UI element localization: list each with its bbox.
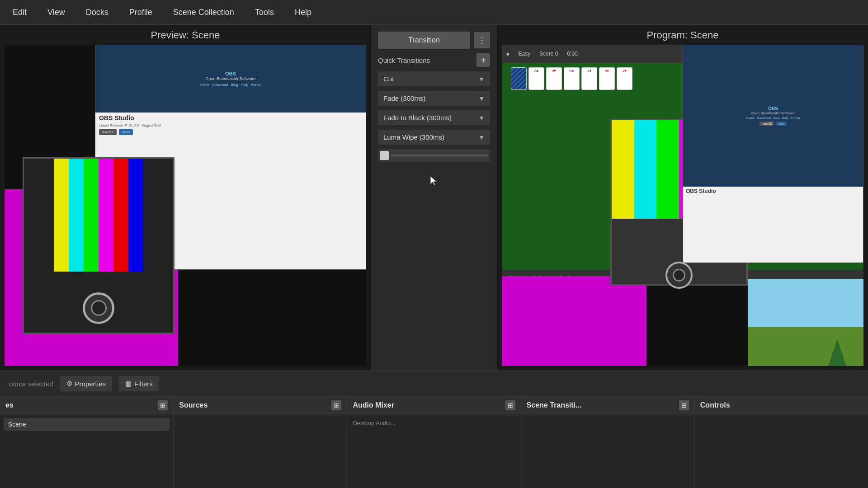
dock-panels: es ⊞ Scene Sources ⊞ Audio Mixer ⊞ Deskt…	[0, 396, 868, 488]
card-9: 9♥	[546, 67, 562, 90]
card-ace-spades: A♠	[528, 67, 544, 90]
bottom-toolbar: ource selected ⚙ Properties ▦ Filters	[0, 371, 868, 396]
luma-wipe-dropdown[interactable]: Luma Wipe (300ms) ▼	[378, 130, 490, 145]
cursor-icon	[429, 175, 439, 186]
quick-transitions-label: Quick Transitions	[378, 56, 430, 64]
scenes-dock-content: Scene	[0, 414, 173, 488]
audio-dock-icon[interactable]: ⊞	[505, 400, 515, 410]
sources-dock-icon[interactable]: ⊞	[331, 400, 341, 410]
scenes-dock-title: es	[5, 401, 14, 409]
obs-inner-circle	[91, 300, 107, 316]
controls-dock: Controls	[695, 396, 868, 488]
scene-item[interactable]: Scene	[4, 418, 170, 431]
card-4: 4♦	[599, 67, 615, 90]
preview-title: Preview: Scene	[5, 29, 366, 41]
program-landscape	[748, 279, 863, 366]
menu-profile[interactable]: Profile	[126, 6, 156, 19]
fade-to-black-dropdown[interactable]: Fade to Black (300ms) ▼	[378, 110, 490, 125]
transition-menu-button[interactable]: ⋮	[474, 32, 490, 48]
menu-view[interactable]: View	[44, 6, 69, 19]
controls-dock-header: Controls	[695, 396, 868, 414]
color-bars	[54, 159, 143, 272]
solitaire-score-label: Score 0	[539, 51, 558, 57]
sources-dock-header: Sources ⊞	[174, 396, 347, 414]
audio-desktop-label: Desktop Audio...	[351, 418, 517, 428]
source-selected-text: ource selected	[9, 380, 53, 388]
card-jack-spades: J♠	[581, 67, 597, 90]
scenes-dock-header: es ⊞	[0, 396, 173, 414]
bar-blue	[128, 159, 143, 272]
program-purple-bg	[502, 276, 646, 366]
card-back-1	[511, 67, 527, 90]
obs-website-header: OBS Open Broadcaster Software Home Downl…	[95, 45, 366, 113]
menu-help[interactable]: Help	[291, 6, 315, 19]
preview-panel: Preview: Scene OBS Open Broadcaster Soft…	[0, 25, 371, 371]
audio-dock: Audio Mixer ⊞ Desktop Audio...	[347, 396, 521, 488]
obs-circle-logo	[83, 292, 114, 324]
main-area: Preview: Scene OBS Open Broadcaster Soft…	[0, 25, 868, 371]
solitaire-time-label: 0:00	[567, 51, 577, 57]
menu-tools[interactable]: Tools	[251, 6, 278, 19]
luma-wipe-chevron: ▼	[478, 134, 485, 141]
properties-label: Properties	[75, 380, 106, 388]
filter-icon: ▦	[125, 380, 132, 388]
bar-magenta	[99, 159, 113, 272]
program-title: Program: Scene	[502, 29, 863, 41]
fade-to-black-label: Fade to Black (300ms)	[383, 114, 452, 122]
solitaire-easy-label: Easy	[518, 51, 530, 57]
transition-slider[interactable]	[378, 149, 490, 162]
menu-bar: Edit View Docks Profile Scene Collection…	[0, 0, 868, 25]
fade-to-black-chevron: ▼	[478, 114, 485, 122]
sources-dock: Sources ⊞	[174, 396, 347, 488]
quick-transitions-row: Quick Transitions +	[378, 53, 490, 67]
bar-red	[113, 159, 128, 272]
cut-dropdown[interactable]: Cut ▼	[378, 71, 490, 86]
scene-transitions-dock-header: Scene Transiti... ⊞	[521, 396, 694, 414]
scene-transitions-dock-title: Scene Transiti...	[527, 401, 582, 409]
menu-edit[interactable]: Edit	[9, 6, 30, 19]
landscape-tree	[828, 339, 846, 366]
bottom-area: ource selected ⚙ Properties ▦ Filters es…	[0, 371, 868, 488]
fade-dropdown[interactable]: Fade (300ms) ▼	[378, 91, 490, 106]
bar-cyan	[69, 159, 84, 272]
properties-button[interactable]: ⚙ Properties	[60, 376, 112, 391]
svg-marker-0	[430, 176, 437, 185]
audio-dock-content: Desktop Audio...	[347, 414, 520, 488]
preview-obs-logo-area	[23, 157, 175, 334]
sources-dock-content	[174, 414, 347, 488]
menu-scene-collection[interactable]: Scene Collection	[170, 6, 238, 19]
preview-canvas[interactable]: OBS Open Broadcaster Software Home Downl…	[5, 45, 366, 366]
fade-chevron: ▼	[478, 95, 485, 102]
bar-green	[84, 159, 99, 272]
scene-transitions-dock-content	[521, 414, 694, 488]
scene-transitions-dock-icon[interactable]: ⊞	[679, 400, 689, 410]
bar-yellow	[54, 159, 69, 272]
cut-chevron: ▼	[478, 75, 485, 83]
transition-button[interactable]: Transition	[378, 32, 470, 49]
transition-header: Transition ⋮	[378, 32, 490, 49]
audio-dock-header: Audio Mixer ⊞	[347, 396, 520, 414]
filters-label: Filters	[134, 380, 153, 388]
luma-wipe-label: Luma Wipe (300ms)	[383, 133, 444, 141]
controls-dock-content	[695, 414, 868, 488]
slider-thumb	[380, 151, 389, 160]
controls-dock-title: Controls	[700, 401, 730, 409]
fade-label: Fade (300ms)	[383, 94, 425, 102]
sources-dock-title: Sources	[179, 401, 208, 409]
scenes-dock-icon[interactable]: ⊞	[158, 400, 168, 410]
filters-button[interactable]: ▦ Filters	[119, 376, 159, 391]
program-obs-website: OBS Open Broadcaster Software Home Downl…	[683, 45, 863, 263]
card-king-spades: K♠	[564, 67, 580, 90]
cut-label: Cut	[383, 75, 394, 83]
solitaire-game-icon: ♠	[506, 51, 509, 57]
program-panel: Program: Scene ♠ Easy Score 0 0:00 Open …	[497, 25, 868, 371]
transition-panel: Transition ⋮ Quick Transitions + Cut ▼ F…	[371, 25, 497, 371]
card-2: 2♥	[617, 67, 632, 90]
program-obs-website-body: OBS Studio	[683, 187, 863, 263]
menu-docks[interactable]: Docks	[82, 6, 112, 19]
scenes-dock: es ⊞ Scene	[0, 396, 174, 488]
add-quick-transition-button[interactable]: +	[476, 53, 490, 67]
scene-transitions-dock: Scene Transiti... ⊞	[521, 396, 695, 488]
slider-track	[391, 155, 488, 156]
program-canvas[interactable]: ♠ Easy Score 0 0:00 Open Broadcaster Sof…	[502, 45, 863, 366]
